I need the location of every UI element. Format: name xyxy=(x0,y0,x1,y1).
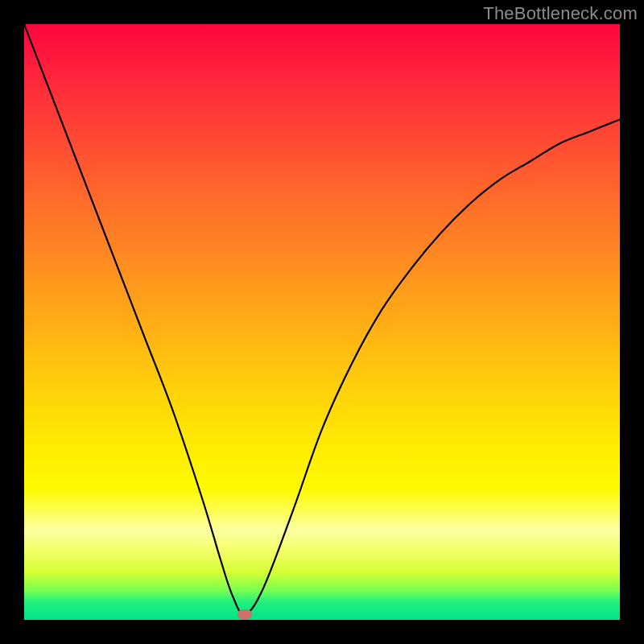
bottleneck-curve xyxy=(24,24,620,620)
plot-area xyxy=(24,24,620,620)
watermark-text: TheBottleneck.com xyxy=(483,3,638,24)
chart-stage: TheBottleneck.com xyxy=(0,0,644,644)
optimal-point-marker xyxy=(237,609,252,619)
